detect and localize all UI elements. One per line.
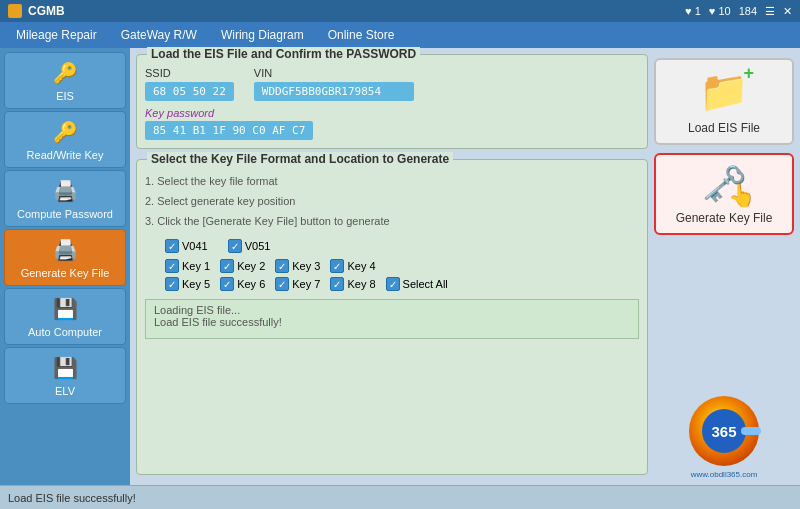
key6-label: Key 6 (237, 278, 265, 290)
logo-inner-circle: 365 (702, 409, 746, 453)
key2-checkbox[interactable] (220, 259, 234, 273)
key8-item[interactable]: Key 8 (330, 277, 375, 291)
settings-icon[interactable]: ☰ (765, 5, 775, 18)
eis-icon: 🔑 (51, 59, 79, 87)
sidebar-item-compute-password[interactable]: 🖨️ Compute Password (4, 170, 126, 227)
instruction-2: 2. Select generate key position (145, 192, 639, 212)
sidebar-compute-label: Compute Password (17, 208, 113, 220)
key8-checkbox[interactable] (330, 277, 344, 291)
app-title: CGMB (28, 4, 65, 18)
sidebar-elv-label: ELV (55, 385, 75, 397)
load-eis-label: Load EIS File (688, 121, 760, 135)
main-layout: 🔑 EIS 🔑 Read/Write Key 🖨️ Compute Passwo… (0, 48, 800, 485)
instruction-1: 1. Select the key file format (145, 172, 639, 192)
generate-key-button[interactable]: 🗝️ 👆 Generate Key File (654, 153, 794, 235)
sidebar: 🔑 EIS 🔑 Read/Write Key 🖨️ Compute Passwo… (0, 48, 130, 485)
app-icon (8, 4, 22, 18)
key1-label: Key 1 (182, 260, 210, 272)
version-v051[interactable]: V051 (228, 239, 271, 253)
eis-fields: SSID 68 05 50 22 VIN WDDGF5BB0GBR179854 (145, 67, 639, 101)
v051-label: V051 (245, 240, 271, 252)
menu-online-store[interactable]: Online Store (316, 25, 407, 45)
sidebar-eis-label: EIS (56, 90, 74, 102)
vin-label: VIN (254, 67, 414, 79)
folder-icon-wrapper: 📁 + (699, 68, 749, 115)
status-bar: Load EIS file successfully! (0, 485, 800, 509)
key6-item[interactable]: Key 6 (220, 277, 265, 291)
menu-mileage-repair[interactable]: Mileage Repair (4, 25, 109, 45)
battery-value: 184 (739, 5, 757, 17)
compute-icon: 🖨️ (51, 177, 79, 205)
status-bar-message: Load EIS file successfully! (8, 492, 136, 504)
content-area: Load the EIS File and Confirm the PASSWO… (130, 48, 800, 485)
sidebar-item-elv[interactable]: 💾 ELV (4, 347, 126, 404)
close-icon[interactable]: ✕ (783, 5, 792, 18)
key4-label: Key 4 (347, 260, 375, 272)
sidebar-item-auto-computer[interactable]: 💾 Auto Computer (4, 288, 126, 345)
key5-label: Key 5 (182, 278, 210, 290)
key5-item[interactable]: Key 5 (165, 277, 210, 291)
plus-icon: + (743, 63, 754, 84)
key-row-2: Key 5 Key 6 Key 7 Key 8 (145, 277, 639, 291)
key2-item[interactable]: Key 2 (220, 259, 265, 273)
ssid-field-group: SSID 68 05 50 22 (145, 67, 234, 101)
sidebar-readwrite-label: Read/Write Key (27, 149, 104, 161)
key4-item[interactable]: Key 4 (330, 259, 375, 273)
title-bar-left: CGMB (8, 4, 65, 18)
v041-label: V041 (182, 240, 208, 252)
select-all-item[interactable]: Select All (386, 277, 448, 291)
key1-checkbox[interactable] (165, 259, 179, 273)
keyfile-panel-title: Select the Key File Format and Location … (147, 152, 453, 166)
eis-panel-title: Load the EIS File and Confirm the PASSWO… (147, 47, 420, 61)
key2-label: Key 2 (237, 260, 265, 272)
sidebar-item-eis[interactable]: 🔑 EIS (4, 52, 126, 109)
title-bar-right: ♥ 1 ♥ 10 184 ☰ ✕ (685, 5, 792, 18)
key1-item[interactable]: Key 1 (165, 259, 210, 273)
keyfile-panel: Select the Key File Format and Location … (136, 159, 648, 475)
menu-wiring-diagram[interactable]: Wiring Diagram (209, 25, 316, 45)
v041-checkbox[interactable] (165, 239, 179, 253)
key7-checkbox[interactable] (275, 277, 289, 291)
select-all-checkbox[interactable] (386, 277, 400, 291)
v051-checkbox[interactable] (228, 239, 242, 253)
autocomputer-icon: 💾 (51, 295, 79, 323)
folder-icon: 📁 (699, 69, 749, 113)
key5-checkbox[interactable] (165, 277, 179, 291)
logo-url: www.obdll365.com (691, 470, 758, 479)
eis-panel: Load the EIS File and Confirm the PASSWO… (136, 54, 648, 149)
version-v041[interactable]: V041 (165, 239, 208, 253)
instruction-3: 3. Click the [Generate Key File] button … (145, 212, 639, 232)
vin-value: WDDGF5BB0GBR179854 (254, 82, 414, 101)
content-main: Load the EIS File and Confirm the PASSWO… (136, 54, 648, 479)
load-eis-button[interactable]: 📁 + Load EIS File (654, 58, 794, 145)
menu-gateway-rw[interactable]: GateWay R/W (109, 25, 209, 45)
sidebar-autocomputer-label: Auto Computer (28, 326, 102, 338)
sidebar-item-generate-key-file[interactable]: 🖨️ Generate Key File (4, 229, 126, 286)
status-msg-2: Load EIS file successfully! (154, 316, 630, 328)
vin-field-group: VIN WDDGF5BB0GBR179854 (254, 67, 414, 101)
key4-checkbox[interactable] (330, 259, 344, 273)
logo-area: 365 www.obdll365.com (654, 396, 794, 479)
key6-checkbox[interactable] (220, 277, 234, 291)
generate-key-label: Generate Key File (676, 211, 773, 225)
key-password-value: 85 41 B1 1F 90 C0 AF C7 (145, 121, 313, 140)
elv-icon: 💾 (51, 354, 79, 382)
key3-item[interactable]: Key 3 (275, 259, 320, 273)
generate-icon: 🖨️ (51, 236, 79, 264)
sidebar-item-read-write-key[interactable]: 🔑 Read/Write Key (4, 111, 126, 168)
logo-circle: 365 (689, 396, 759, 466)
signal-icon: ♥ 10 (709, 5, 731, 17)
key3-checkbox[interactable] (275, 259, 289, 273)
key8-label: Key 8 (347, 278, 375, 290)
right-panel: 📁 + Load EIS File 🗝️ 👆 Generate Key File… (654, 54, 794, 479)
sidebar-generate-label: Generate Key File (21, 267, 110, 279)
keyfile-panel-content: 1. Select the key file format 2. Select … (145, 172, 639, 339)
key-password-section: Key password 85 41 B1 1F 90 C0 AF C7 (145, 107, 639, 140)
key-row-1: Key 1 Key 2 Key 3 Key 4 (145, 259, 639, 273)
logo-arm (741, 427, 761, 435)
instructions: 1. Select the key file format 2. Select … (145, 172, 639, 231)
key7-item[interactable]: Key 7 (275, 277, 320, 291)
version-row: V041 V051 (145, 239, 639, 253)
ssid-value: 68 05 50 22 (145, 82, 234, 101)
ssid-label: SSID (145, 67, 234, 79)
